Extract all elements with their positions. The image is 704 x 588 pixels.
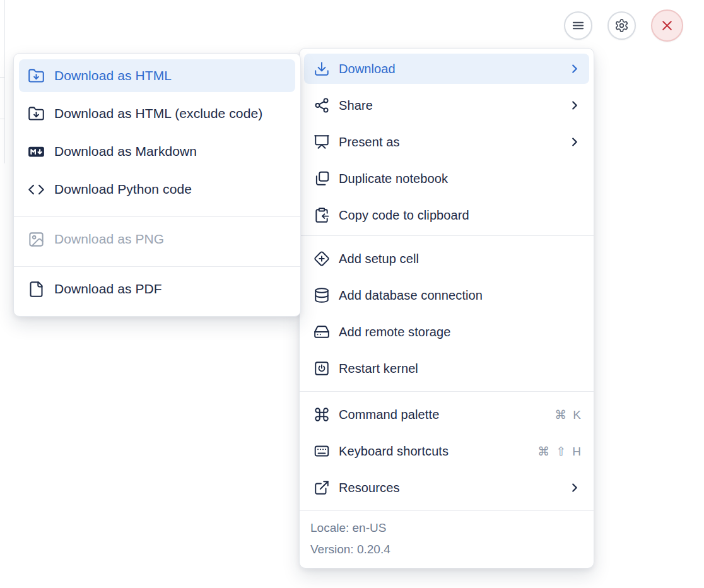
locale-text: Locale: en-US bbox=[310, 517, 583, 539]
share-icon bbox=[314, 97, 330, 114]
keyboard-icon bbox=[314, 443, 330, 459]
menu-item-download-as-png[interactable]: Download as PNG bbox=[19, 223, 295, 256]
menu-section: Download as PNG bbox=[14, 217, 300, 266]
menu-item-keyboard-shortcuts[interactable]: Keyboard shortcuts ⌘⇧H bbox=[304, 436, 589, 466]
menu-section: Command palette ⌘K Keyboard shortcuts ⌘⇧… bbox=[300, 392, 594, 510]
background-grid-line bbox=[0, 119, 5, 119]
menu-item-label: Share bbox=[339, 98, 568, 113]
menu-item-share[interactable]: Share bbox=[304, 90, 589, 121]
menu-item-label: Copy code to clipboard bbox=[339, 208, 582, 223]
version-text: Version: 0.20.4 bbox=[310, 539, 583, 560]
chevron-right-icon bbox=[568, 135, 582, 149]
menu-item-download-python-code[interactable]: Download Python code bbox=[19, 173, 295, 206]
menu-item-add-database-connection[interactable]: Add database connection bbox=[304, 280, 589, 310]
menu-item-command-palette[interactable]: Command palette ⌘K bbox=[304, 399, 589, 430]
background-cell-border bbox=[4, 0, 5, 163]
menu-item-download-as-html[interactable]: Download as HTML bbox=[19, 59, 295, 92]
menu-section: Download Share Present as Duplicate note… bbox=[300, 49, 594, 235]
menu-footer: Locale: en-US Version: 0.20.4 bbox=[300, 511, 594, 568]
menu-item-download-as-markdown[interactable]: Download as Markdown bbox=[19, 135, 295, 168]
toolbar bbox=[564, 9, 683, 42]
gear-icon bbox=[614, 18, 629, 33]
menu-item-download-as-html-exclude-code[interactable]: Download as HTML (exclude code) bbox=[19, 97, 295, 130]
presentation-icon bbox=[314, 134, 330, 150]
close-button[interactable] bbox=[651, 9, 683, 42]
settings-button[interactable] bbox=[607, 11, 636, 40]
file-icon bbox=[28, 281, 45, 298]
menu-item-label: Keyboard shortcuts bbox=[339, 444, 532, 459]
menu-item-label: Add remote storage bbox=[339, 325, 582, 339]
menu-item-label: Download bbox=[339, 62, 568, 76]
menu-item-label: Resources bbox=[339, 481, 568, 495]
close-icon bbox=[659, 18, 675, 33]
menu-item-label: Download Python code bbox=[54, 182, 288, 197]
database-icon bbox=[314, 287, 330, 303]
download-submenu: Download as HTML Download as HTML (exclu… bbox=[13, 53, 301, 317]
menu-item-present-as[interactable]: Present as bbox=[304, 127, 589, 157]
code-icon bbox=[28, 181, 45, 198]
menu-item-label: Command palette bbox=[339, 408, 549, 422]
chevron-right-icon bbox=[568, 62, 582, 76]
menu-item-label: Download as Markdown bbox=[54, 144, 288, 159]
menu-item-label: Duplicate notebook bbox=[339, 172, 582, 186]
download-icon bbox=[314, 61, 330, 77]
hard-drive-icon bbox=[314, 324, 330, 340]
menu-item-label: Download as HTML bbox=[54, 68, 288, 83]
image-icon bbox=[28, 231, 45, 248]
folder-down-icon bbox=[28, 105, 45, 122]
menu-section: Add setup cell Add database connection A… bbox=[300, 236, 594, 391]
background-grid-line bbox=[0, 77, 5, 78]
menu-item-download-as-pdf[interactable]: Download as PDF bbox=[19, 273, 295, 305]
menu-item-label: Download as PDF bbox=[54, 281, 288, 297]
chevron-right-icon bbox=[568, 98, 582, 112]
menu-item-label: Add database connection bbox=[339, 288, 582, 303]
diamond-plus-icon bbox=[314, 250, 330, 267]
menu-section: Download as PDF bbox=[14, 267, 300, 316]
keyboard-shortcut-hint: ⌘K bbox=[549, 408, 582, 422]
folder-down-icon bbox=[28, 68, 45, 85]
menu-item-label: Restart kernel bbox=[339, 362, 582, 376]
menu-toggle-button[interactable] bbox=[564, 11, 592, 40]
command-icon bbox=[314, 406, 330, 423]
hamburger-icon bbox=[571, 18, 585, 33]
menu-item-label: Present as bbox=[339, 135, 568, 150]
menu-item-download[interactable]: Download bbox=[304, 54, 589, 84]
menu-item-label: Download as PNG bbox=[54, 232, 288, 247]
menu-item-copy-code[interactable]: Copy code to clipboard bbox=[304, 200, 589, 230]
menu-item-label: Download as HTML (exclude code) bbox=[54, 106, 288, 121]
square-power-icon bbox=[314, 360, 330, 377]
menu-item-duplicate-notebook[interactable]: Duplicate notebook bbox=[304, 163, 589, 194]
chevron-right-icon bbox=[568, 481, 582, 495]
menu-item-restart-kernel[interactable]: Restart kernel bbox=[304, 353, 589, 384]
menu-item-resources[interactable]: Resources bbox=[304, 473, 589, 503]
menu-item-add-setup-cell[interactable]: Add setup cell bbox=[304, 244, 589, 274]
markdown-download-icon bbox=[28, 143, 45, 160]
keyboard-shortcut-hint: ⌘⇧H bbox=[532, 444, 582, 459]
menu-item-add-remote-storage[interactable]: Add remote storage bbox=[304, 317, 589, 347]
external-link-icon bbox=[314, 479, 330, 496]
clipboard-arrow-icon bbox=[314, 207, 330, 223]
notebook-actions-menu: Download Share Present as Duplicate note… bbox=[299, 48, 594, 568]
menu-item-label: Add setup cell bbox=[339, 252, 582, 266]
menu-section: Download as HTML Download as HTML (exclu… bbox=[14, 54, 300, 216]
duplicate-icon bbox=[314, 170, 330, 187]
